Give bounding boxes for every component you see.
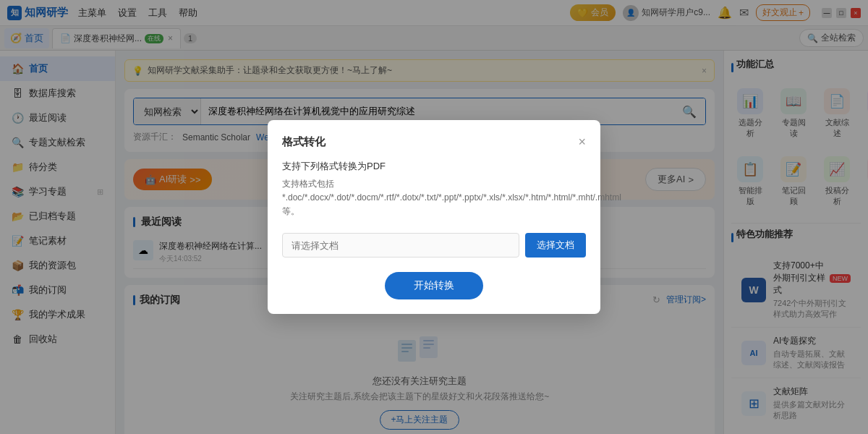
modal-close-button[interactable]: ×: [578, 135, 586, 150]
format-convert-modal: 格式转化 × 支持下列格式转换为PDF 支持格式包括*.doc/*.docx/*…: [268, 120, 600, 315]
modal-header: 格式转化 ×: [282, 135, 586, 150]
modal-convert-button[interactable]: 开始转换: [385, 272, 483, 299]
modal-overlay: 格式转化 × 支持下列格式转换为PDF 支持格式包括*.doc/*.docx/*…: [0, 0, 868, 434]
modal-title: 格式转化: [282, 135, 326, 149]
modal-file-row: 选择文档: [282, 233, 586, 258]
modal-description: 支持格式包括*.doc/*.docx/*.dot/*.docm/*.rtf/*.…: [282, 177, 586, 219]
modal-footer: 开始转换: [282, 272, 586, 299]
modal-file-input[interactable]: [282, 233, 519, 258]
modal-subtitle: 支持下列格式转换为PDF: [282, 160, 586, 173]
modal-choose-file-button[interactable]: 选择文档: [525, 233, 586, 258]
